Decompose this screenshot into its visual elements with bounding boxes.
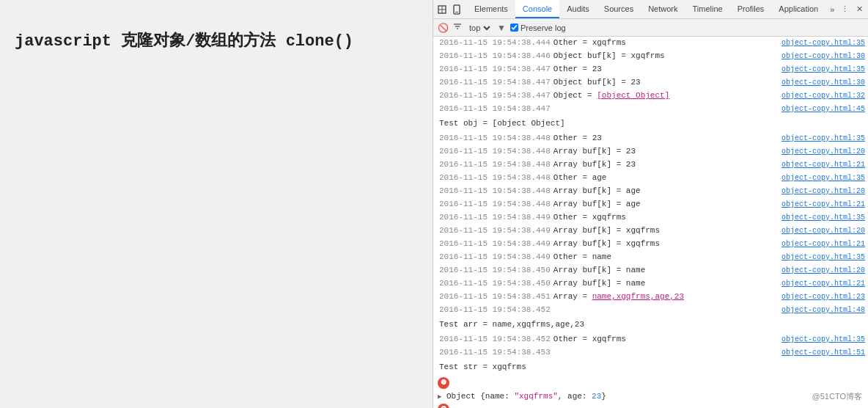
devtools-topbar: Elements Console Audits Sources Network …	[433, 0, 868, 19]
console-log-row: 2016-11-15 19:54:38.450Array buf[k] = na…	[433, 277, 868, 291]
console-log-row: 2016-11-15 19:54:38.449Other = name obje…	[433, 251, 868, 264]
svg-rect-4	[455, 12, 458, 12]
console-log-row: 2016-11-15 19:54:38.448Array buf[k] = 23…	[433, 159, 868, 172]
console-test-row: Test obj = [object Object]	[433, 116, 868, 132]
devtools-action-buttons: ⋮ ✕	[839, 4, 865, 15]
tab-sources[interactable]: Sources	[597, 0, 641, 18]
preserve-log-checkbox[interactable]	[510, 23, 518, 32]
no-entry-icon[interactable]: 🚫	[438, 23, 449, 33]
object-preview: Object {name: "xgqfrms", age: 23}	[446, 392, 606, 401]
tab-network[interactable]: Network	[641, 0, 685, 18]
devtools-tabs: Elements Console Audits Sources Network …	[467, 0, 839, 18]
context-selector[interactable]: top	[466, 23, 493, 33]
console-error-badge-row-2[interactable]: ❽	[433, 402, 868, 408]
console-log-row: 2016-11-15 19:54:38.448Array buf[k] = ag…	[433, 185, 868, 198]
console-log-row: 2016-11-15 19:54:38.449Array buf[k] = xg…	[433, 225, 868, 238]
device-icon[interactable]	[451, 4, 463, 15]
console-log-row: 2016-11-15 19:54:38.449Other = xgqfrms o…	[433, 211, 868, 225]
tab-console[interactable]: Console	[515, 0, 559, 18]
console-log-row: 2016-11-15 19:54:38.448Array buf[k] = 23…	[433, 145, 868, 159]
console-log-row: 2016-11-15 19:54:38.448Array buf[k] = ag…	[433, 198, 868, 211]
expand-arrow-icon: ▶	[438, 393, 445, 401]
tab-profiles[interactable]: Profiles	[730, 0, 772, 18]
error-badge-1: ❶	[438, 377, 449, 389]
console-log-row: 2016-11-15 19:54:38.449Array buf[k] = xg…	[433, 238, 868, 251]
console-log-row: 2016-11-15 19:54:38.447Other = 23 object…	[433, 63, 868, 76]
console-log-row: 2016-11-15 19:54:38.447 object-copy.html…	[433, 103, 868, 116]
console-log-row: 2016-11-15 19:54:38.451Array = name,xgqf…	[433, 291, 868, 304]
inspect-icon[interactable]	[436, 4, 448, 15]
console-test-row: Test str = xgqfrms	[433, 360, 868, 376]
console-log-row: 2016-11-15 19:54:38.448Other = age objec…	[433, 172, 868, 185]
console-log-row: 2016-11-15 19:54:38.448Other = 23 object…	[433, 132, 868, 145]
console-error-badge-row[interactable]: ❶	[433, 376, 868, 390]
console-log-row: 2016-11-15 19:54:38.452 object-copy.html…	[433, 304, 868, 317]
error-badge-8: ❽	[438, 404, 449, 408]
close-icon[interactable]: ✕	[853, 4, 865, 15]
console-log-row: 2016-11-15 19:54:38.447Object = [object …	[433, 90, 868, 103]
console-log-row: 2016-11-15 19:54:38.453 object-copy.html…	[433, 346, 868, 360]
console-log-row: 2016-11-15 19:54:38.450Array buf[k] = na…	[433, 264, 868, 277]
preserve-log-label: Preserve log	[521, 23, 566, 32]
watermark: @51CTO博客	[812, 391, 862, 402]
console-log-row: 2016-11-15 19:54:38.446Object buf[k] = x…	[433, 50, 868, 63]
console-log-row: 2016-11-15 19:54:38.452Other = xgqfrms o…	[433, 333, 868, 346]
tab-application[interactable]: Application	[771, 0, 825, 18]
vertical-dots-icon[interactable]: ⋮	[839, 4, 850, 15]
console-log-row: 2016-11-15 19:54:38.444Other = xgqfrms o…	[433, 37, 868, 50]
tab-timeline[interactable]: Timeline	[685, 0, 730, 18]
filter-dropdown-icon[interactable]: ▼	[497, 23, 506, 33]
devtools-panel: Elements Console Audits Sources Network …	[433, 0, 868, 408]
preserve-log-checkbox-row: Preserve log	[510, 23, 566, 32]
console-test-row: Test arr = name,xgqfrms,age,23	[433, 317, 868, 333]
console-log-row: 2016-11-15 19:54:38.447Object buf[k] = 2…	[433, 76, 868, 90]
filter-icon[interactable]	[453, 22, 462, 33]
devtools-icons	[436, 4, 463, 15]
left-panel: javascript 克隆对象/数组的方法 clone()	[0, 0, 433, 408]
svg-rect-3	[454, 5, 460, 14]
more-tabs-button[interactable]: »	[825, 5, 839, 14]
console-toolbar: 🚫 top ▼ Preserve log	[433, 19, 868, 37]
tab-audits[interactable]: Audits	[559, 0, 597, 18]
tab-elements[interactable]: Elements	[467, 0, 515, 18]
page-title: javascript 克隆对象/数组的方法 clone()	[15, 29, 353, 51]
console-object-expand-row[interactable]: ▶ Object {name: "xgqfrms", age: 23}	[433, 390, 868, 402]
console-output[interactable]: 2016-11-15 19:54:38.444Other = xgqfrms o…	[433, 37, 868, 408]
